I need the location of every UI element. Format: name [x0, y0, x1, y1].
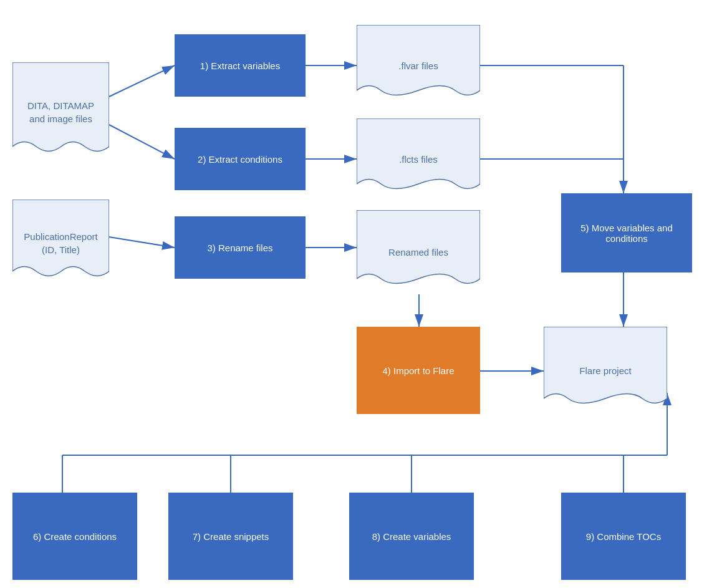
svg-line-1 — [109, 65, 175, 97]
combine-tocs-box: 9) Combine TOCs — [561, 493, 686, 580]
extract-conditions-box: 2) Extract conditions — [175, 128, 306, 190]
flvar-files-doc: .flvar files — [357, 25, 480, 106]
flcts-files-doc: .flcts files — [357, 118, 480, 200]
renamed-files-doc: Renamed files — [357, 210, 480, 294]
rename-files-box: 3) Rename files — [175, 216, 306, 279]
create-variables-box: 8) Create variables — [349, 493, 474, 580]
svg-line-2 — [109, 125, 175, 159]
import-to-flare-box: 4) Import to Flare — [357, 327, 480, 414]
move-variables-box: 5) Move variables and conditions — [561, 193, 692, 272]
create-snippets-box: 7) Create snippets — [168, 493, 293, 580]
extract-variables-box: 1) Extract variables — [175, 34, 306, 97]
diagram: DITA, DITAMAP and image files Publicatio… — [0, 0, 727, 588]
create-conditions-box: 6) Create conditions — [12, 493, 137, 580]
svg-line-3 — [109, 237, 175, 248]
pub-report-doc: PublicationReport (ID, Title) — [12, 200, 109, 287]
dita-files-doc: DITA, DITAMAP and image files — [12, 62, 109, 162]
flare-project-doc: Flare project — [544, 327, 667, 414]
